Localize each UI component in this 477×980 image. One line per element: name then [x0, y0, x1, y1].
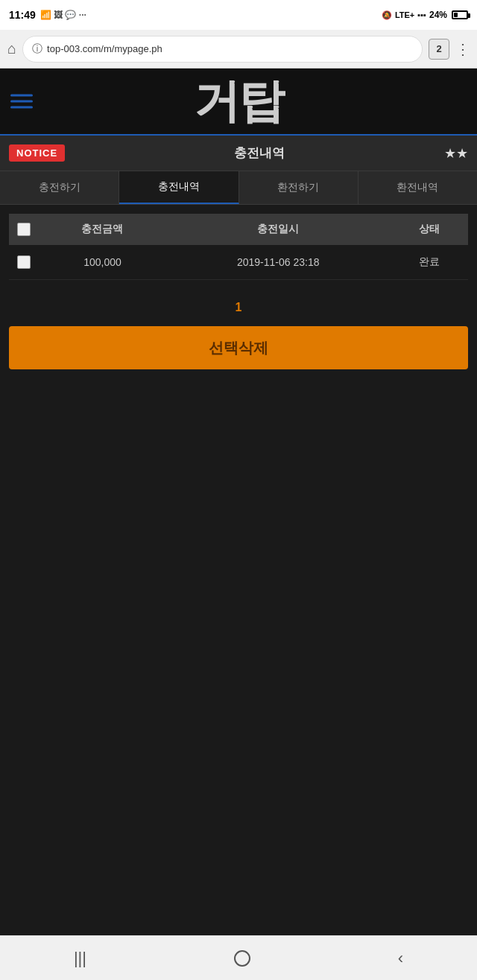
- bottom-navigation: ||| ‹: [0, 935, 477, 980]
- row-amount: 100,000: [39, 245, 166, 280]
- notice-badge[interactable]: NOTICE: [9, 144, 65, 162]
- status-icons: 📶 🖼 💬 ···: [40, 10, 86, 20]
- browser-url-bar[interactable]: ⓘ top-003.com/m/mypage.ph: [22, 36, 423, 63]
- tab-charge[interactable]: 충전하기: [0, 171, 119, 204]
- hamburger-menu[interactable]: [10, 95, 33, 109]
- col-status-header: 상태: [391, 214, 469, 245]
- data-table: 충전금액 충전일시 상태 100,000 2019-11-06 23:18 완료: [9, 214, 468, 280]
- app-header: 거탑: [0, 69, 477, 136]
- notice-title: 충전내역: [74, 144, 444, 162]
- table-row: 100,000 2019-11-06 23:18 완료: [9, 245, 468, 280]
- url-text: top-003.com/m/mypage.ph: [47, 43, 162, 54]
- nav-back-icon[interactable]: ‹: [398, 949, 403, 968]
- notice-bar: NOTICE 충전내역 ★★: [0, 136, 477, 171]
- browser-menu-icon[interactable]: ⋮: [455, 40, 470, 58]
- tab-exchange[interactable]: 환전하기: [239, 171, 358, 204]
- hamburger-line-3: [10, 106, 33, 109]
- page-number[interactable]: 1: [236, 301, 242, 314]
- nav-menu-icon[interactable]: |||: [74, 949, 86, 968]
- content-area: 충전금액 충전일시 상태 100,000 2019-11-06 23:18 완료…: [0, 205, 477, 378]
- status-left: 11:49 📶 🖼 💬 ···: [9, 9, 86, 21]
- signal-bars: ▪▪▪: [417, 10, 426, 19]
- status-bar: 11:49 📶 🖼 💬 ··· 🔕 LTE+ ▪▪▪ 24%: [0, 0, 477, 30]
- tab-exchange-history[interactable]: 환전내역: [358, 171, 477, 204]
- battery-percent: 24%: [429, 10, 447, 20]
- delete-button[interactable]: 선택삭제: [9, 326, 468, 369]
- browser-bar: ⌂ ⓘ top-003.com/m/mypage.ph 2 ⋮: [0, 30, 477, 69]
- table-header-row: 충전금액 충전일시 상태: [9, 214, 468, 245]
- battery-icon: [452, 10, 468, 19]
- header-checkbox[interactable]: [17, 223, 31, 236]
- row-date: 2019-11-06 23:18: [166, 245, 391, 280]
- row-checkbox[interactable]: [17, 255, 31, 269]
- info-icon: ⓘ: [32, 42, 42, 56]
- col-checkbox: [9, 214, 39, 245]
- status-right: 🔕 LTE+ ▪▪▪ 24%: [382, 10, 468, 20]
- row-status: 완료: [391, 245, 469, 280]
- signal-icon: 🔕: [382, 10, 392, 20]
- notice-stars: ★★: [444, 145, 468, 162]
- browser-home-icon[interactable]: ⌂: [7, 40, 16, 57]
- row-checkbox-cell: [9, 245, 39, 280]
- pagination: 1: [9, 292, 468, 323]
- col-amount-header: 충전금액: [39, 214, 166, 245]
- col-date-header: 충전일시: [166, 214, 391, 245]
- nav-home-button[interactable]: [234, 950, 250, 967]
- lte-label: LTE+: [395, 10, 414, 19]
- hamburger-line-2: [10, 101, 33, 103]
- app-title: 거탑: [194, 70, 283, 133]
- hamburger-line-1: [10, 95, 33, 97]
- tab-navigation: 충전하기 충전내역 환전하기 환전내역: [0, 171, 477, 205]
- status-time: 11:49: [9, 9, 36, 21]
- browser-tabs[interactable]: 2: [429, 39, 449, 60]
- tab-charge-history[interactable]: 충전내역: [119, 171, 238, 204]
